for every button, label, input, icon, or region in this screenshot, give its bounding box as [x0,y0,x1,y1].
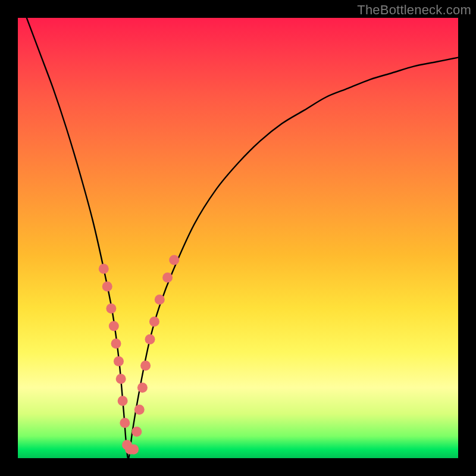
data-marker [169,255,179,265]
data-marker [134,405,145,415]
chart-frame: TheBottleneck.com [0,0,476,476]
data-marker [99,264,109,274]
watermark-text: TheBottleneck.com [357,2,471,18]
data-marker [129,444,139,455]
data-marker [162,273,173,283]
data-marker [140,361,151,371]
data-marker [116,374,126,384]
data-marker [109,321,119,331]
data-marker [149,317,159,327]
data-marker [120,418,130,428]
bottleneck-chart [18,18,458,458]
data-marker [131,427,142,437]
data-marker [114,356,124,367]
bottleneck-curve-path [27,18,458,458]
plot-area [18,18,458,458]
data-marker [145,334,155,345]
data-marker [102,281,112,292]
data-marker [155,295,165,305]
data-marker [111,339,121,349]
data-marker [118,396,128,406]
data-marker [137,383,148,393]
data-marker [106,303,116,314]
